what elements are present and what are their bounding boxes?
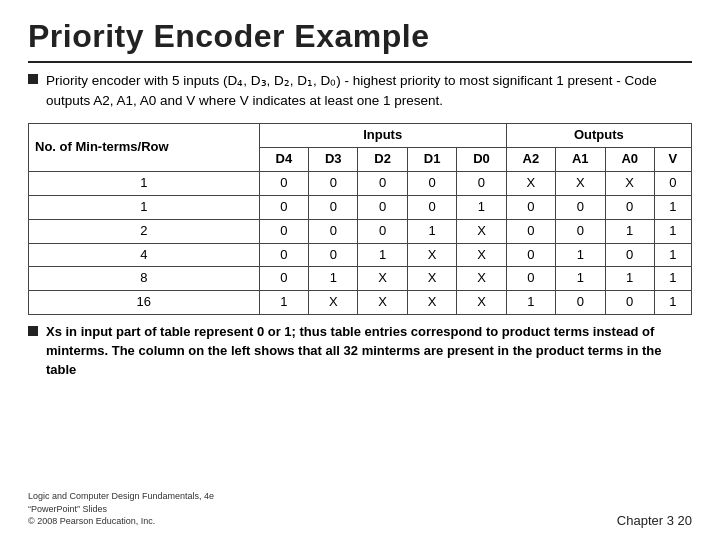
page: Priority Encoder Example Priority encode… bbox=[0, 0, 720, 540]
table-body: 100000XXX0100001000120001X00114001XX0101… bbox=[29, 171, 692, 314]
footnote-line3: © 2008 Pearson Education, Inc. bbox=[28, 515, 214, 528]
cell-input-d0: 0 bbox=[457, 171, 506, 195]
col-header-d3: D3 bbox=[309, 148, 358, 172]
table-row: 20001X0011 bbox=[29, 219, 692, 243]
footnote-line1: Logic and Computer Design Fundamentals, … bbox=[28, 490, 214, 503]
cell-output-a2: 0 bbox=[506, 219, 555, 243]
cell-output-a0: 0 bbox=[605, 243, 654, 267]
cell-input-d4: 0 bbox=[259, 243, 308, 267]
chapter-label: Chapter 3 20 bbox=[617, 513, 692, 528]
cell-minterm: 1 bbox=[29, 195, 260, 219]
cell-output-a1: 0 bbox=[556, 219, 605, 243]
cell-output-a2: X bbox=[506, 171, 555, 195]
page-title: Priority Encoder Example bbox=[28, 18, 692, 55]
cell-output-a1: 1 bbox=[556, 267, 605, 291]
col-header-d0: D0 bbox=[457, 148, 506, 172]
cell-input-d3: X bbox=[309, 291, 358, 315]
cell-input-d4: 0 bbox=[259, 267, 308, 291]
cell-input-d4: 1 bbox=[259, 291, 308, 315]
cell-input-d2: 0 bbox=[358, 219, 407, 243]
cell-input-d3: 0 bbox=[309, 195, 358, 219]
cell-input-d0: 1 bbox=[457, 195, 506, 219]
cell-input-d4: 0 bbox=[259, 171, 308, 195]
cell-output-a1: 1 bbox=[556, 243, 605, 267]
cell-output-v: 1 bbox=[654, 219, 691, 243]
divider bbox=[28, 61, 692, 63]
col-header-d4: D4 bbox=[259, 148, 308, 172]
bullet-item-2: Xs in input part of table represent 0 or… bbox=[28, 323, 692, 380]
cell-minterm: 2 bbox=[29, 219, 260, 243]
col-header-outputs: Outputs bbox=[506, 124, 691, 148]
table-row: 161XXXX1001 bbox=[29, 291, 692, 315]
bullet-text-2: Xs in input part of table represent 0 or… bbox=[46, 323, 692, 380]
col-header-v: V bbox=[654, 148, 691, 172]
col-header-d2: D2 bbox=[358, 148, 407, 172]
table-row: 1000010001 bbox=[29, 195, 692, 219]
cell-input-d0: X bbox=[457, 219, 506, 243]
col-header-a0: A0 bbox=[605, 148, 654, 172]
cell-input-d1: 0 bbox=[407, 171, 456, 195]
cell-output-a1: X bbox=[556, 171, 605, 195]
cell-input-d1: 1 bbox=[407, 219, 456, 243]
table-row: 801XXX0111 bbox=[29, 267, 692, 291]
cell-input-d3: 0 bbox=[309, 219, 358, 243]
cell-input-d4: 0 bbox=[259, 219, 308, 243]
bottom-row: Logic and Computer Design Fundamentals, … bbox=[28, 484, 692, 528]
encoder-table-wrap: No. of Min-terms/Row Inputs Outputs D4D3… bbox=[28, 123, 692, 315]
cell-minterm: 16 bbox=[29, 291, 260, 315]
cell-output-a0: 1 bbox=[605, 219, 654, 243]
footnote-line2: “PowerPoint” Slides bbox=[28, 503, 214, 516]
cell-output-a2: 1 bbox=[506, 291, 555, 315]
cell-input-d1: 0 bbox=[407, 195, 456, 219]
cell-output-v: 1 bbox=[654, 291, 691, 315]
table-row: 100000XXX0 bbox=[29, 171, 692, 195]
cell-output-a2: 0 bbox=[506, 243, 555, 267]
cell-output-a0: 1 bbox=[605, 267, 654, 291]
cell-input-d2: X bbox=[358, 291, 407, 315]
cell-input-d0: X bbox=[457, 243, 506, 267]
cell-input-d0: X bbox=[457, 291, 506, 315]
cell-output-a1: 0 bbox=[556, 195, 605, 219]
cell-output-a0: X bbox=[605, 171, 654, 195]
col-header-d1: D1 bbox=[407, 148, 456, 172]
cell-input-d3: 1 bbox=[309, 267, 358, 291]
bullet-text-1: Priority encoder with 5 inputs (D₄, D₃, … bbox=[46, 71, 692, 110]
col-header-a1: A1 bbox=[556, 148, 605, 172]
bullet-icon-1 bbox=[28, 74, 38, 84]
cell-input-d2: 1 bbox=[358, 243, 407, 267]
cell-minterm: 1 bbox=[29, 171, 260, 195]
bullet-icon-2 bbox=[28, 326, 38, 336]
cell-input-d2: X bbox=[358, 267, 407, 291]
cell-input-d1: X bbox=[407, 243, 456, 267]
cell-input-d0: X bbox=[457, 267, 506, 291]
col-header-inputs: Inputs bbox=[259, 124, 506, 148]
cell-output-a0: 0 bbox=[605, 291, 654, 315]
cell-input-d4: 0 bbox=[259, 195, 308, 219]
cell-input-d2: 0 bbox=[358, 195, 407, 219]
cell-output-v: 1 bbox=[654, 267, 691, 291]
cell-output-a1: 0 bbox=[556, 291, 605, 315]
cell-input-d3: 0 bbox=[309, 243, 358, 267]
encoder-table: No. of Min-terms/Row Inputs Outputs D4D3… bbox=[28, 123, 692, 315]
table-row: 4001XX0101 bbox=[29, 243, 692, 267]
cell-input-d1: X bbox=[407, 291, 456, 315]
cell-minterm: 8 bbox=[29, 267, 260, 291]
cell-output-v: 1 bbox=[654, 195, 691, 219]
bullet-section-1: Priority encoder with 5 inputs (D₄, D₃, … bbox=[28, 71, 692, 115]
bullet-section-2: Xs in input part of table represent 0 or… bbox=[28, 323, 692, 385]
cell-output-a2: 0 bbox=[506, 267, 555, 291]
col-header-a2: A2 bbox=[506, 148, 555, 172]
cell-input-d3: 0 bbox=[309, 171, 358, 195]
cell-output-v: 0 bbox=[654, 171, 691, 195]
cell-minterm: 4 bbox=[29, 243, 260, 267]
cell-output-a2: 0 bbox=[506, 195, 555, 219]
cell-output-a0: 0 bbox=[605, 195, 654, 219]
bullet-item-1: Priority encoder with 5 inputs (D₄, D₃, … bbox=[28, 71, 692, 110]
cell-input-d1: X bbox=[407, 267, 456, 291]
cell-input-d2: 0 bbox=[358, 171, 407, 195]
col-header-minterm: No. of Min-terms/Row bbox=[29, 124, 260, 172]
footnote: Logic and Computer Design Fundamentals, … bbox=[28, 484, 214, 528]
cell-output-v: 1 bbox=[654, 243, 691, 267]
